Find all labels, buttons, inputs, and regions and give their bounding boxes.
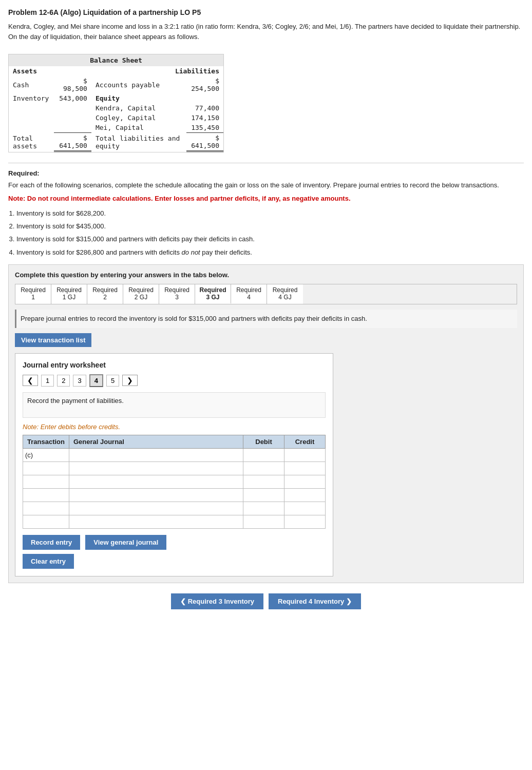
table-row — [23, 461, 326, 475]
tabs-row[interactable]: Required 1 Required 1 GJ Required 2 Requ… — [15, 284, 517, 304]
row2-trans — [23, 461, 69, 475]
row5-gj[interactable] — [69, 502, 243, 515]
required-label: Required: — [8, 169, 524, 177]
row4-trans — [23, 488, 69, 502]
row5-debit-input[interactable] — [245, 505, 282, 512]
step-btn-5[interactable]: 5 — [106, 375, 119, 387]
tab-req2gj-line2: 2 GJ — [127, 294, 155, 301]
row4-gj[interactable] — [69, 488, 243, 502]
tab-req2[interactable]: Required 2 — [87, 284, 123, 304]
row6-debit[interactable] — [243, 515, 284, 528]
row4-debit-input[interactable] — [245, 491, 282, 499]
intro-text: Kendra, Cogley, and Mei share income and… — [8, 22, 524, 42]
balance-sheet-header: Balance Sheet — [9, 54, 223, 66]
row4-credit[interactable] — [284, 488, 326, 502]
th-credit: Credit — [284, 435, 326, 448]
problem-title: Problem 12-6A (Algo) Liquidation of a pa… — [8, 8, 524, 16]
note-text: Note: Do not round intermediate calculat… — [8, 195, 524, 202]
row3-gj-input[interactable] — [71, 478, 241, 486]
table-row: (c) — [23, 448, 326, 461]
view-transaction-button[interactable]: View transaction list — [15, 333, 91, 347]
row4-credit-input[interactable] — [287, 491, 323, 499]
total-liab-amount: $641,500 — [186, 133, 223, 151]
row5-credit[interactable] — [284, 502, 326, 515]
row3-debit[interactable] — [243, 475, 284, 488]
scenarios-list: Inventory is sold for $628,200. Inventor… — [16, 207, 524, 259]
nav-prev-arrow[interactable]: ❮ — [23, 375, 38, 386]
row6-gj[interactable] — [69, 515, 243, 528]
row1-debit-input[interactable] — [245, 451, 282, 459]
row2-debit-input[interactable] — [245, 465, 282, 472]
instruction-text: For each of the following scenarios, com… — [8, 180, 524, 190]
table-row — [23, 488, 326, 502]
row1-gj[interactable] — [69, 448, 243, 461]
tab-req3gj[interactable]: Required 3 GJ — [195, 284, 231, 304]
tab-req1[interactable]: Required 1 — [15, 284, 51, 304]
row5-gj-input[interactable] — [71, 505, 241, 512]
row1-gj-input[interactable] — [71, 451, 241, 459]
mei-label: Mei, Capital — [91, 123, 186, 133]
row1-debit[interactable] — [243, 448, 284, 461]
next-required-button[interactable]: Required 4 Inventory — [269, 593, 361, 609]
step-btn-2[interactable]: 2 — [57, 375, 70, 387]
clear-entry-button[interactable]: Clear entry — [23, 554, 74, 569]
view-general-journal-button[interactable]: View general journal — [85, 535, 166, 550]
th-debit: Debit — [243, 435, 284, 448]
row5-debit[interactable] — [243, 502, 284, 515]
ap-label: Accounts payable — [91, 76, 186, 93]
row2-gj[interactable] — [69, 461, 243, 475]
th-general-journal: General Journal — [69, 435, 243, 448]
tab-req3[interactable]: Required 3 — [159, 284, 195, 304]
tab-req4-line1: Required — [235, 286, 262, 294]
nav-next-arrow[interactable]: ❯ — [122, 375, 138, 386]
step-btn-3[interactable]: 3 — [73, 375, 86, 387]
tab-req4[interactable]: Required 4 — [231, 284, 267, 304]
step-btn-1[interactable]: 1 — [41, 375, 54, 387]
row2-gj-input[interactable] — [71, 465, 241, 472]
row4-gj-input[interactable] — [71, 491, 241, 499]
scenario-1: Inventory is sold for $628,200. — [16, 207, 524, 219]
journal-table: Transaction General Journal Debit Credit… — [23, 435, 326, 529]
row6-gj-input[interactable] — [71, 518, 241, 526]
tab-req1gj-line2: 1 GJ — [55, 294, 83, 301]
row6-debit-input[interactable] — [245, 518, 282, 526]
total-assets-amount: $641,500 — [54, 133, 91, 151]
row3-debit-input[interactable] — [245, 478, 282, 486]
row2-credit-input[interactable] — [287, 465, 323, 472]
row5-credit-input[interactable] — [287, 505, 323, 512]
bottom-nav: Required 3 Inventory Required 4 Inventor… — [8, 593, 524, 609]
tab-req4gj[interactable]: Required 4 GJ — [267, 284, 303, 304]
tab-req1-line2: 1 — [20, 294, 47, 301]
assets-header: Assets — [9, 66, 91, 76]
inventory-amount: 543,000 — [54, 93, 91, 103]
step-nav: ❮ 1 2 3 4 5 ❯ — [23, 374, 326, 387]
th-transaction: Transaction — [23, 435, 69, 448]
record-entry-button[interactable]: Record entry — [23, 535, 80, 550]
tab-req1-line1: Required — [20, 286, 47, 294]
tab-req1gj[interactable]: Required 1 GJ — [51, 284, 87, 304]
button-row: Record entry View general journal — [23, 535, 326, 550]
row3-credit-input[interactable] — [287, 478, 323, 486]
row2-debit[interactable] — [243, 461, 284, 475]
row3-gj[interactable] — [69, 475, 243, 488]
row1-credit-input[interactable] — [287, 451, 323, 459]
cogley-amount: 174,150 — [186, 113, 223, 123]
complete-box: Complete this question by entering your … — [8, 264, 524, 583]
tab-req2-line2: 2 — [91, 294, 119, 301]
step-btn-4[interactable]: 4 — [89, 374, 103, 387]
row6-credit[interactable] — [284, 515, 326, 528]
row6-credit-input[interactable] — [287, 518, 323, 526]
tab-req2-line1: Required — [91, 286, 119, 294]
kendra-amount: 77,400 — [186, 103, 223, 113]
table-row — [23, 475, 326, 488]
row2-credit[interactable] — [284, 461, 326, 475]
row4-debit[interactable] — [243, 488, 284, 502]
total-assets-label: Totalassets — [9, 133, 54, 151]
total-liab-label: Total liabilities andequity — [91, 133, 186, 151]
equity-label: Equity — [91, 93, 186, 103]
prev-required-button[interactable]: Required 3 Inventory — [171, 593, 263, 609]
row1-credit[interactable] — [284, 448, 326, 461]
tab-req2gj[interactable]: Required 2 GJ — [123, 284, 159, 304]
row3-credit[interactable] — [284, 475, 326, 488]
table-row — [23, 502, 326, 515]
